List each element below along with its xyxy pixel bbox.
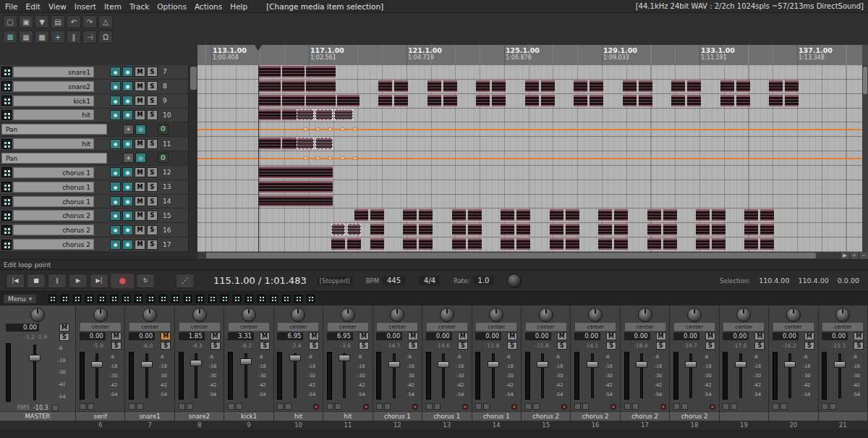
pan-knob[interactable] [93, 308, 108, 322]
selection-end[interactable]: 110.4.00 [798, 277, 828, 285]
record-arm-button[interactable]: ● [110, 81, 121, 91]
fader-thumb[interactable] [685, 361, 697, 368]
envelope-name[interactable]: Pan [1, 153, 107, 164]
pan-knob[interactable] [390, 308, 404, 322]
pan-knob[interactable] [30, 308, 45, 322]
mixer-track-chip[interactable] [110, 295, 118, 303]
volume-value[interactable]: 0.00 [129, 332, 155, 340]
mute-button[interactable]: M [161, 332, 171, 340]
fader-thumb[interactable] [29, 355, 41, 361]
media-item[interactable] [687, 95, 701, 106]
menu-insert[interactable]: Insert [75, 2, 96, 11]
pan-knob[interactable] [341, 308, 355, 322]
fader-thumb[interactable] [289, 355, 301, 361]
solo-button[interactable]: S [147, 139, 158, 149]
record-arm-button[interactable] [363, 404, 369, 410]
record-monitor-button[interactable]: ◉ [122, 67, 133, 77]
media-item[interactable] [452, 209, 466, 221]
volume-value[interactable]: 0.00 [80, 332, 106, 340]
pan-knob[interactable] [291, 308, 305, 322]
media-item-selected[interactable] [315, 109, 333, 121]
envelope-name[interactable]: Pan [1, 124, 107, 135]
media-item[interactable] [785, 80, 799, 92]
fx-button[interactable] [179, 403, 185, 410]
media-item[interactable] [671, 95, 685, 106]
mixer-track-chip[interactable] [221, 295, 229, 303]
media-item[interactable] [370, 224, 384, 235]
mute-button[interactable]: M [135, 182, 145, 192]
vscrollbar-thumb[interactable] [863, 67, 867, 94]
media-item[interactable] [476, 95, 490, 106]
media-item[interactable] [744, 209, 758, 221]
pan-value[interactable]: center [179, 323, 220, 331]
io-button[interactable] [582, 403, 589, 410]
record-arm-button[interactable] [511, 404, 517, 410]
mute-button[interactable]: M [606, 332, 616, 340]
media-item[interactable] [347, 238, 361, 250]
envelope-point[interactable] [328, 127, 332, 131]
media-item[interactable] [712, 209, 726, 221]
pan-knob[interactable] [440, 308, 454, 322]
media-item[interactable] [598, 209, 612, 221]
master-mono-button[interactable]: S [59, 333, 69, 341]
volume-fader[interactable] [728, 352, 753, 400]
envelope-point[interactable] [353, 127, 357, 131]
mute-button[interactable]: M [458, 332, 468, 340]
pan-knob[interactable] [489, 308, 503, 322]
media-item[interactable] [476, 80, 490, 92]
volume-value[interactable]: 0.00 [822, 332, 848, 340]
media-item[interactable] [574, 80, 587, 92]
record-button[interactable]: ● [111, 274, 134, 288]
mute-button[interactable]: M [135, 110, 145, 120]
envelope-visible-button[interactable]: ◎ [135, 125, 146, 135]
io-button[interactable] [137, 403, 143, 410]
track-name[interactable]: chorus 2 [13, 224, 94, 235]
mixer-track-chip[interactable] [171, 295, 179, 303]
mute-button[interactable]: M [210, 332, 221, 340]
track-row-7[interactable]: snare1●◉MS7 [0, 65, 188, 80]
strip-name[interactable]: serif [76, 411, 124, 421]
solo-button[interactable]: S [210, 342, 221, 350]
media-item[interactable] [696, 209, 710, 221]
strip-name[interactable]: snare1 [125, 411, 174, 421]
envelope-point[interactable] [328, 156, 332, 160]
track-name[interactable]: chorus 1 [13, 182, 94, 193]
volume-fader[interactable] [282, 352, 307, 400]
pan-value[interactable]: center [526, 323, 566, 331]
io-button[interactable] [187, 403, 193, 410]
media-item[interactable] [550, 224, 563, 235]
volume-fader[interactable] [134, 352, 159, 400]
volume-value[interactable]: 0.00 [525, 332, 551, 340]
volume-fader[interactable] [629, 352, 655, 400]
save-project-button[interactable]: ▼ [35, 15, 49, 28]
fx-button[interactable] [673, 403, 680, 410]
mute-button[interactable]: M [754, 332, 765, 340]
envelope-arm-button[interactable]: O [158, 125, 169, 135]
track-row-16[interactable]: chorus 2●◉MS16 [0, 223, 188, 237]
media-item[interactable] [744, 224, 758, 235]
lock-button[interactable]: Ω [98, 30, 113, 43]
transport-time-display[interactable]: 115.1.00 / 1:01.483 [213, 275, 307, 286]
solo-button[interactable]: S [408, 342, 418, 350]
media-item[interactable] [501, 209, 514, 221]
media-item[interactable] [452, 238, 466, 250]
volume-value[interactable]: 0.00 [723, 332, 749, 340]
fx-button[interactable] [773, 403, 779, 410]
fader-thumb[interactable] [636, 361, 647, 368]
media-item[interactable] [282, 95, 305, 106]
volume-fader[interactable] [827, 352, 852, 400]
envelope-point[interactable] [353, 156, 357, 160]
track-name[interactable]: chorus 2 [13, 239, 94, 250]
mute-button[interactable]: M [260, 332, 270, 340]
io-button[interactable] [681, 403, 688, 410]
edit-cursor-marker[interactable] [255, 45, 262, 51]
mixer-track-chip[interactable] [245, 295, 253, 303]
media-item-selected[interactable] [315, 138, 333, 149]
media-item[interactable] [394, 95, 408, 106]
volume-fader[interactable] [778, 352, 803, 400]
media-item[interactable] [258, 66, 281, 77]
record-arm-button[interactable]: ● [110, 240, 121, 250]
solo-button[interactable]: S [359, 342, 369, 350]
mixer-track-chip[interactable] [159, 295, 167, 303]
mute-button[interactable]: M [135, 139, 145, 149]
